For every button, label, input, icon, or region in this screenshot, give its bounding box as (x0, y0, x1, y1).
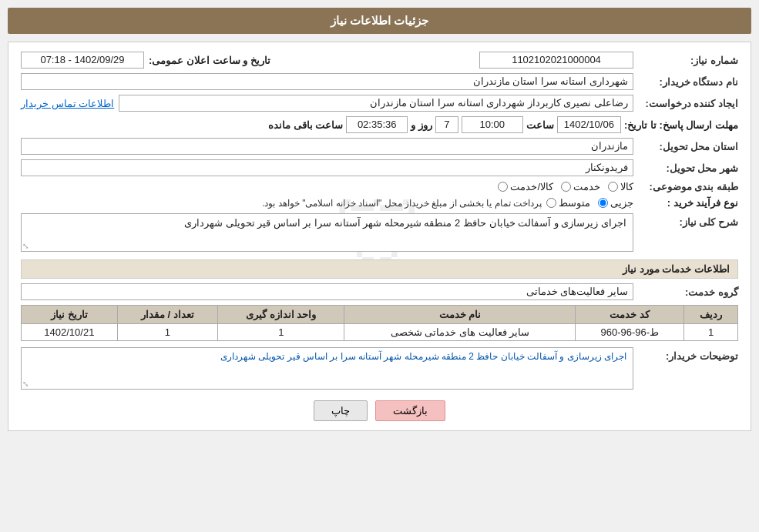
back-button[interactable]: بازگشت (375, 400, 445, 421)
city-row: شهر محل تحویل: فریدونکنار (21, 159, 738, 176)
table-header-quantity: تعداد / مقدار (117, 306, 217, 324)
category-row: طبقه بندی موضوعی: کالا/خدمت خدمت کالا (21, 181, 738, 192)
table-header-row-num: ردیف (684, 306, 738, 324)
buyer-name-row: نام دستگاه خریدار: شهرداری استانه سرا اس… (21, 73, 738, 90)
category-kala-label: کالا (620, 181, 633, 192)
need-desc-row: شرح کلی نیاز: اجرای زیرسازی و آسفالت خیا… (21, 213, 738, 252)
table-header-date: تاریخ نیاز (22, 306, 118, 324)
table-cell-2: سایر فعالیت های خدماتی شخصی (344, 324, 576, 341)
buyer-desc-label: توضیحات خریدار: (638, 347, 738, 362)
province-label: استان محل تحویل: (638, 141, 738, 152)
table-cell-4: 1 (117, 324, 217, 341)
purchase-type-radio-group: متوسط جزیی (546, 197, 633, 209)
category-radio-group: کالا/خدمت خدمت کالا (498, 181, 633, 192)
deadline-date: 1402/10/06 (557, 116, 621, 133)
deadline-label: مهلت ارسال پاسخ: تا تاریخ: (624, 119, 738, 131)
deadline-day-label: روز و (411, 119, 432, 131)
deadline-days: 7 (435, 116, 458, 133)
deadline-remaining-label: ساعت باقی مانده (268, 119, 343, 131)
buyer-name-label: نام دستگاه خریدار: (638, 76, 738, 88)
purchase-jozvi-radio[interactable] (598, 198, 608, 208)
announce-datetime-value: 1402/09/29 - 07:18 (21, 52, 144, 69)
table-header-code: کد خدمت (576, 306, 684, 324)
announce-datetime-label: تاریخ و ساعت اعلان عمومی: (149, 55, 270, 66)
category-kala-item: کالا (608, 181, 633, 192)
need-desc-label: شرح کلی نیاز: (638, 213, 738, 228)
table-header-unit: واحد اندازه گیری (218, 306, 344, 324)
purchase-note: پرداخت تمام یا بخشی از مبلغ خریداز محل "… (262, 198, 542, 209)
bottom-buttons: بازگشت چاپ (21, 400, 738, 421)
service-group-label: گروه خدمت: (638, 286, 738, 298)
table-cell-3: 1 (218, 324, 344, 341)
category-khadamat-radio[interactable] (561, 182, 571, 192)
need-desc-value: اجرای زیرسازی و آسفالت خیابان حافظ 2 منط… (21, 213, 633, 252)
buyer-desc-value: اجرای زیرسازی و آسفالت خیابان حافظ 2 منط… (21, 347, 633, 390)
category-kala-radio[interactable] (608, 182, 618, 192)
page-header: جزئیات اطلاعات نیاز (8, 8, 751, 34)
table-row: 1ط-96-96-960سایر فعالیت های خدماتی شخصی1… (22, 324, 738, 341)
need-desc-wrapper: اجرای زیرسازی و آسفالت خیابان حافظ 2 منط… (21, 213, 633, 252)
purchase-mottaset-label: متوسط (559, 197, 590, 209)
buyer-desc-row: توضیحات خریدار: اجرای زیرسازی و آسفالت خ… (21, 347, 738, 390)
deadline-time: 10:00 (462, 116, 523, 133)
city-label: شهر محل تحویل: (638, 162, 738, 174)
purchase-type-row: نوع فرآیند خرید : متوسط جزیی پرداخت تمام… (21, 197, 738, 209)
purchase-type-label: نوع فرآیند خرید : (638, 197, 738, 209)
province-value: مازندران (21, 138, 633, 155)
print-button[interactable]: چاپ (314, 400, 368, 421)
purchase-jozvi-item: جزیی (598, 197, 633, 209)
page-title: جزئیات اطلاعات نیاز (331, 14, 428, 27)
category-kala-khadamat-label: کالا/خدمت (510, 181, 553, 192)
city-value: فریدونکنار (21, 159, 633, 176)
category-khadamat-label: خدمت (573, 181, 600, 192)
province-row: استان محل تحویل: مازندران (21, 138, 738, 155)
service-group-row: گروه خدمت: سایر فعالیت‌های خدماتی (21, 283, 738, 300)
services-section-title: اطلاعات خدمات مورد نیاز (21, 259, 738, 279)
service-group-value: سایر فعالیت‌های خدماتی (21, 283, 633, 300)
deadline-row: مهلت ارسال پاسخ: تا تاریخ: 1402/10/06 سا… (21, 116, 738, 133)
contact-link[interactable]: اطلاعات تماس خریدار (21, 98, 114, 109)
creator-label: ایجاد کننده درخواست: (638, 98, 738, 109)
category-label: طبقه بندی موضوعی: (638, 181, 738, 192)
category-kala-khadamat-item: کالا/خدمت (498, 181, 553, 192)
table-cell-1: ط-96-96-960 (576, 324, 684, 341)
purchase-mottaset-item: متوسط (546, 197, 590, 209)
table-cell-5: 1402/10/21 (22, 324, 118, 341)
creator-row: ایجاد کننده درخواست: رضاعلی نصیری کاربرد… (21, 95, 738, 112)
need-number-row: شماره نیاز: 1102102021000004 تاریخ و ساع… (21, 52, 738, 69)
purchase-mottaset-radio[interactable] (546, 198, 556, 208)
category-khadamat-item: خدمت (561, 181, 600, 192)
deadline-remaining: 02:35:36 (346, 116, 408, 133)
table-cell-0: 1 (684, 324, 738, 341)
services-table: ردیف کد خدمت نام خدمت واحد اندازه گیری ت… (21, 305, 738, 341)
deadline-time-label: ساعت (526, 119, 554, 131)
buyer-name-value: شهرداری استانه سرا استان مازندران (21, 73, 633, 90)
table-header-name: نام خدمت (344, 306, 576, 324)
need-number-label: شماره نیاز: (638, 55, 738, 66)
category-kala-khadamat-radio[interactable] (498, 182, 508, 192)
need-number-value: 1102102021000004 (479, 52, 633, 69)
creator-value: رضاعلی نصیری کاربرداز شهرداری استانه سرا… (119, 95, 633, 112)
resize-icon: ⤡ (22, 242, 29, 250)
buyer-desc-resize-icon: ⤡ (22, 380, 29, 388)
purchase-jozvi-label: جزیی (610, 197, 633, 209)
